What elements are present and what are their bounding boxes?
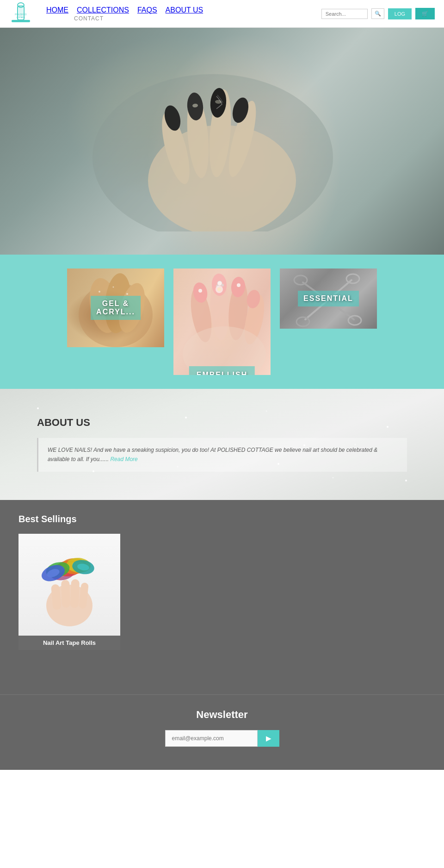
header: POLISHED COTTAGE HOME COLLECTIONS FAQS A… xyxy=(0,0,444,28)
newsletter-email-input[interactable] xyxy=(165,730,258,747)
cart-button[interactable]: 🛒 xyxy=(415,8,435,19)
best-sellings-title: Best Sellings xyxy=(18,514,426,525)
sparkle-5 xyxy=(405,480,407,481)
collection-card-essential[interactable]: ESSENTIAL xyxy=(280,269,377,329)
about-section: ABOUT US WE LOVE NAILS! And we have a sn… xyxy=(0,389,444,500)
svg-rect-50 xyxy=(61,580,70,608)
svg-point-38 xyxy=(237,283,240,287)
svg-point-44 xyxy=(294,275,307,285)
svg-point-47 xyxy=(346,274,359,283)
product-card-tape-rolls[interactable]: Nail Art Tape Rolls xyxy=(18,534,120,650)
svg-point-23 xyxy=(113,287,114,288)
search-input[interactable] xyxy=(321,9,368,19)
nav-wrapper: HOME COLLECTIONS FAQS ABOUT US CONTACT xyxy=(46,6,321,22)
svg-rect-51 xyxy=(70,579,80,608)
nav-home[interactable]: HOME xyxy=(46,6,68,14)
about-body-text: WE LOVE NAILS! And we have a sneaking su… xyxy=(48,447,377,462)
nav-about[interactable]: ABOUT US xyxy=(166,6,204,14)
svg-point-3 xyxy=(18,3,24,7)
svg-point-46 xyxy=(348,316,361,325)
read-more-link[interactable]: Read More xyxy=(110,456,137,462)
product-label-tape-rolls: Nail Art Tape Rolls xyxy=(18,636,120,650)
collection-card-gel[interactable]: GEL & ACRYL... xyxy=(67,269,164,347)
essential-label: ESSENTIAL xyxy=(298,291,359,306)
newsletter-title: Newsletter xyxy=(18,709,426,721)
svg-text:POLISHED: POLISHED xyxy=(15,13,27,16)
svg-point-40 xyxy=(217,287,221,291)
about-quote-box: WE LOVE NAILS! And we have a sneaking su… xyxy=(37,438,407,472)
svg-text:COTTAGE: COTTAGE xyxy=(16,16,25,19)
product-image-area xyxy=(18,534,120,636)
newsletter-form: ▶ xyxy=(18,730,426,747)
nav-faqs[interactable]: FAQS xyxy=(137,6,157,14)
best-sellings-section: Best Sellings xyxy=(0,500,444,694)
embellish-label: EMBELLISH xyxy=(189,366,255,375)
tape-rolls-image xyxy=(23,538,116,631)
hero-section xyxy=(0,28,444,255)
header-right: 🔍 Log 🛒 xyxy=(321,8,435,19)
svg-point-22 xyxy=(99,291,100,293)
newsletter-submit-button[interactable]: ▶ xyxy=(258,730,279,747)
search-button[interactable]: 🔍 xyxy=(371,8,384,19)
collection-card-embellish[interactable]: EMBELLISH xyxy=(173,269,271,375)
logo-icon: POLISHED COTTAGE xyxy=(9,2,32,25)
login-button[interactable]: Log xyxy=(388,8,412,19)
newsletter-section: Newsletter ▶ xyxy=(0,694,444,770)
svg-point-37 xyxy=(198,289,202,293)
about-title: ABOUT US xyxy=(37,417,407,429)
logo-area[interactable]: POLISHED COTTAGE xyxy=(9,2,32,25)
hero-nail-art xyxy=(83,65,342,231)
gel-label: GEL & ACRYL... xyxy=(91,296,141,320)
about-text: WE LOVE NAILS! And we have a sneaking su… xyxy=(48,445,398,464)
svg-point-45 xyxy=(296,317,309,326)
sparkle-1 xyxy=(37,407,39,409)
collections-section: GEL & ACRYL... EMBE xyxy=(0,255,444,389)
embellish-image xyxy=(173,269,271,375)
svg-point-24 xyxy=(126,293,128,295)
nav-contact[interactable]: CONTACT xyxy=(74,15,104,22)
nav-collections[interactable]: COLLECTIONS xyxy=(77,6,129,14)
svg-point-36 xyxy=(221,284,224,287)
